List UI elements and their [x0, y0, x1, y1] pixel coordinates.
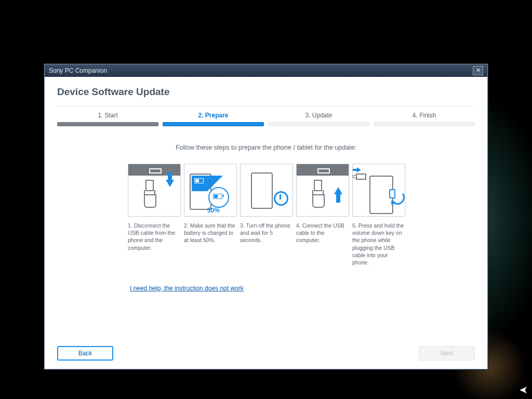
- power-off-icon: [240, 164, 293, 217]
- prepare-card-4: 4. Connect the USB cable to the computer…: [296, 164, 348, 266]
- card-text: 3. Turn off the phone and wait for 5 sec…: [240, 222, 292, 244]
- step-update: 3. Update: [268, 112, 369, 126]
- prepare-card-3: 3. Turn off the phone and wait for 5 sec…: [240, 164, 292, 266]
- step-bar: [163, 122, 264, 126]
- step-bar: [268, 122, 369, 126]
- step-start: 1. Start: [57, 112, 158, 126]
- step-finish: 4. Finish: [374, 112, 475, 126]
- card-text: 5. Press and hold the volume down key on…: [352, 222, 404, 266]
- battery-charge-icon: 50%: [184, 164, 237, 217]
- mouse-cursor: ➤: [519, 383, 528, 396]
- page-heading: Device Software Update: [57, 86, 475, 98]
- step-bar: [374, 122, 475, 126]
- prepare-card-2: 50% 2. Make sure that the battery is cha…: [184, 164, 236, 266]
- card-text: 4. Connect the USB cable to the computer…: [296, 222, 348, 244]
- step-prepare: 2. Prepare: [163, 112, 264, 126]
- help-link[interactable]: I need help, the instruction does not wo…: [130, 285, 244, 292]
- back-button[interactable]: Back: [57, 346, 113, 361]
- footer: Back Next: [57, 346, 475, 361]
- close-button[interactable]: ✕: [473, 66, 483, 75]
- connect-usb-icon: [296, 164, 349, 217]
- window-title: Sony PC Companion: [49, 64, 107, 77]
- progress-stepper: 1. Start 2. Prepare 3. Update 4. Finish: [57, 112, 475, 126]
- battery-percent: 50%: [207, 207, 220, 214]
- step-bar: [57, 122, 158, 126]
- title-bar: Sony PC Companion ✕: [45, 64, 487, 77]
- instruction-text: Follow these steps to prepare the phone …: [57, 144, 475, 151]
- app-window: Sony PC Companion ✕ Device Software Upda…: [44, 64, 488, 369]
- divider: [57, 106, 475, 107]
- step-label: 3. Update: [268, 112, 369, 119]
- next-button: Next: [419, 346, 475, 361]
- prepare-card-5: 5. Press and hold the volume down key on…: [352, 164, 404, 266]
- card-text: 1. Disconnect the USB cable from the pho…: [128, 222, 180, 251]
- volume-down-plug-icon: [352, 164, 405, 217]
- card-text: 2. Make sure that the battery is charged…: [184, 222, 236, 244]
- step-label: 4. Finish: [374, 112, 475, 119]
- step-label: 2. Prepare: [163, 112, 264, 119]
- step-label: 1. Start: [57, 112, 158, 119]
- disconnect-usb-icon: [128, 164, 181, 217]
- content-area: Device Software Update 1. Start 2. Prepa…: [45, 77, 487, 292]
- prepare-steps: 1. Disconnect the USB cable from the pho…: [57, 164, 475, 266]
- prepare-card-1: 1. Disconnect the USB cable from the pho…: [128, 164, 180, 266]
